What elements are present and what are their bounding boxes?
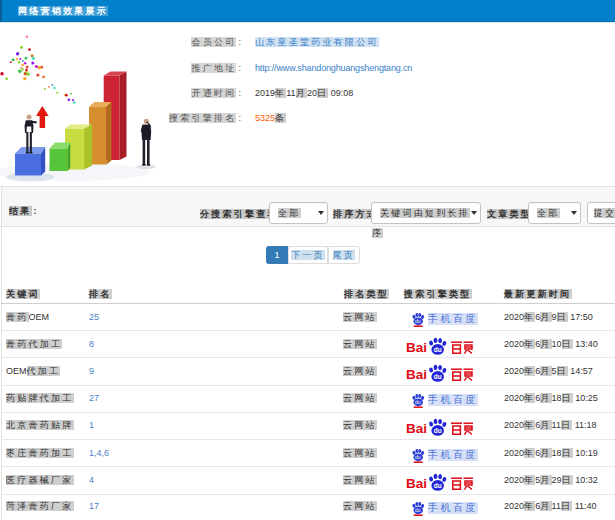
svg-text:Bai: Bai (406, 367, 427, 382)
svg-text:du: du (415, 507, 421, 513)
svg-text:Bai: Bai (406, 340, 427, 355)
svg-text:du: du (415, 454, 421, 460)
svg-text:du: du (434, 346, 442, 353)
svg-text:du: du (434, 373, 442, 380)
svg-text:Bai: Bai (406, 421, 427, 436)
svg-text:Bai: Bai (406, 476, 427, 491)
svg-text:du: du (434, 427, 442, 434)
svg-text:du: du (415, 399, 421, 405)
svg-text:du: du (434, 482, 442, 489)
svg-text:du: du (415, 318, 421, 324)
